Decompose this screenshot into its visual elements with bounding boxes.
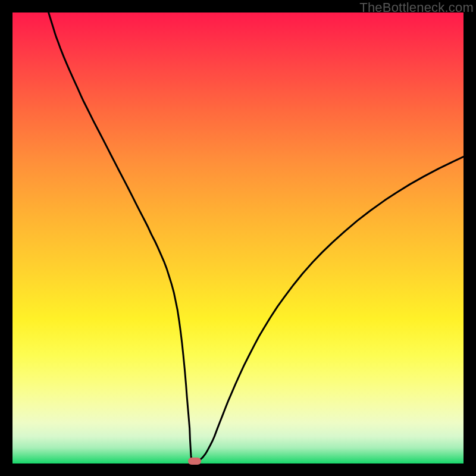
minimum-marker (188, 458, 201, 465)
bottleneck-curve (12, 12, 464, 464)
bottleneck-curve-path (49, 12, 464, 461)
watermark-text: TheBottleneck.com (359, 0, 474, 15)
